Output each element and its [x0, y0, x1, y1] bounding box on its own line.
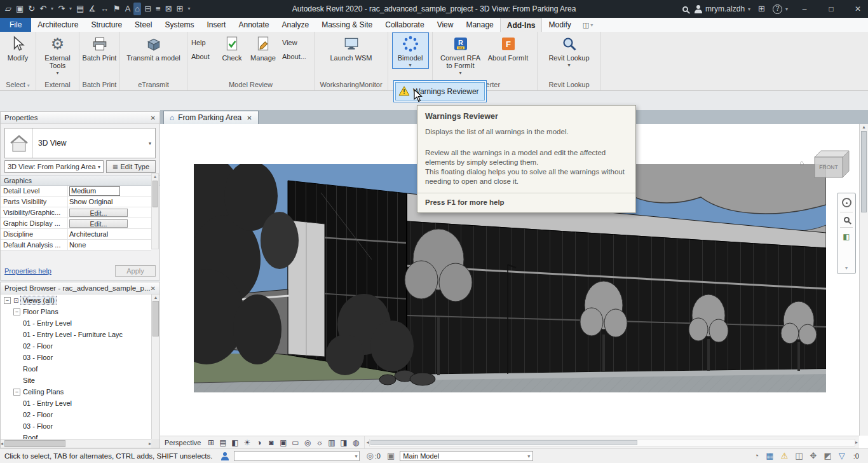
navbar-options-arrow-icon[interactable]: ▾ — [845, 265, 848, 271]
tree-item-label[interactable]: Site — [23, 377, 35, 384]
undo-icon[interactable]: ↶ — [38, 3, 48, 15]
worksharing-display-icon[interactable]: ▥ — [327, 438, 336, 447]
check-button[interactable]: Check — [218, 33, 246, 62]
transmit-model-button[interactable]: Transmit a model — [124, 33, 184, 62]
save-icon[interactable]: ▣ — [15, 3, 25, 15]
properties-scrollbar-thumb[interactable] — [153, 181, 158, 207]
tab-annotate[interactable]: Annotate — [232, 18, 275, 32]
user-account-menu[interactable]: mrym.alzdh ▾ — [695, 4, 750, 13]
project-browser-header[interactable]: Project Browser - rac_advanced_sample_p.… — [1, 282, 159, 294]
about-more-button[interactable]: About... — [280, 52, 312, 61]
tree-item-01-entry-level-furniture-layc[interactable]: 01 - Entry Level - Furniture Layc — [1, 329, 151, 340]
view-selector-combo[interactable]: 3D View: From Parking Area ▾ — [4, 160, 104, 173]
tree-item-label[interactable]: 02 - Floor — [23, 342, 53, 350]
sun-settings-icon[interactable]: ☀ — [242, 438, 252, 447]
canvas-vscrollbar-thumb[interactable] — [861, 131, 867, 212]
active-workset-combo[interactable]: ▾ — [234, 451, 360, 461]
canvas-hscrollbar-thumb[interactable] — [370, 440, 637, 445]
tree-item-roof[interactable]: Roof — [1, 363, 151, 375]
tree-item-label[interactable]: 03 - Floor — [23, 354, 53, 361]
panel-label-select[interactable]: Select ▾ — [0, 79, 36, 90]
background-processes-icon[interactable]: ◔ — [754, 451, 759, 461]
tree-item-roof[interactable]: Roof — [1, 432, 151, 439]
app-store-icon[interactable]: ⊞ — [757, 3, 766, 15]
reveal-hidden-elements-icon[interactable]: ☼ — [315, 438, 324, 447]
edit-type-button[interactable]: ▦ Edit Type — [106, 160, 156, 173]
about-formit-button[interactable]: F About FormIt — [485, 33, 532, 62]
tree-item-label[interactable]: 01 - Entry Level - Furniture Layc — [23, 331, 123, 338]
exclude-options-icon[interactable]: ◩ — [824, 451, 832, 461]
undo-menu-icon[interactable]: ▾ — [50, 3, 55, 15]
tab-systems[interactable]: Systems — [158, 18, 200, 32]
properties-scrollbar[interactable]: ▴ — [151, 173, 159, 249]
design-options-icon[interactable]: ▣ — [387, 451, 395, 461]
close-inactive-windows-icon[interactable]: ⊠ — [164, 3, 173, 15]
properties-header[interactable]: Properties ✕ — [1, 112, 159, 124]
tree-item-views-all[interactable]: −⊡Views (all) — [1, 294, 151, 306]
about-button[interactable]: About — [189, 52, 216, 61]
tree-item-label[interactable]: 03 - Floor — [23, 422, 53, 430]
open-file-icon[interactable]: ▱ — [4, 3, 13, 15]
help-menu[interactable]: ? ▾ — [773, 4, 788, 14]
viewcube-home-icon[interactable]: ⌂ — [799, 158, 804, 167]
visual-style-icon[interactable]: ◧ — [230, 438, 240, 447]
tree-item-ceiling-plans[interactable]: −Ceiling Plans — [1, 386, 151, 397]
tab-steel[interactable]: Steel — [128, 18, 158, 32]
customize-qat-icon[interactable]: ▾ — [187, 3, 192, 15]
property-value-parts-visibility[interactable]: Show Original — [68, 197, 151, 207]
apply-button[interactable]: Apply — [115, 265, 156, 277]
render-icon[interactable]: ◙ — [266, 438, 276, 447]
properties-close-icon[interactable]: ✕ — [151, 114, 156, 121]
maximize-button[interactable]: □ — [821, 0, 841, 18]
tree-item-03-floor[interactable]: 03 - Floor — [1, 352, 151, 363]
tree-item-01-entry-level[interactable]: 01 - Entry Level — [1, 317, 151, 329]
property-value-detail-level[interactable]: Medium — [68, 186, 151, 196]
sync-with-central-icon[interactable]: ↻ — [27, 3, 36, 15]
revit-lookup-button[interactable]: Revit Lookup ▾ — [548, 33, 590, 68]
worksets-icon[interactable] — [221, 452, 229, 460]
show-crop-icon[interactable]: ▭ — [290, 438, 300, 447]
ribbon-display-toggle[interactable]: ◫▾ — [578, 18, 598, 32]
type-selector[interactable]: 3D View ▾ — [4, 128, 156, 158]
tree-collapse-icon[interactable]: − — [13, 308, 20, 315]
view-tab-close-icon[interactable]: ✕ — [247, 114, 252, 121]
browser-hscrollbar[interactable]: ◂▸ — [1, 439, 151, 448]
tree-item-label[interactable]: Roof — [23, 434, 37, 439]
view-tab[interactable]: ⌂ From Parking Area ✕ — [163, 111, 259, 124]
editable-elements-icon[interactable]: ◎ — [366, 451, 373, 461]
minimize-button[interactable]: – — [794, 0, 815, 18]
modify-button[interactable]: Modify — [3, 33, 32, 62]
view-button[interactable]: View — [280, 38, 312, 47]
tree-item-site[interactable]: Site — [1, 375, 151, 386]
navigation-wheel-icon[interactable] — [842, 198, 851, 207]
redo-menu-icon[interactable]: ▾ — [68, 3, 73, 15]
tab-modify[interactable]: Modify — [542, 18, 577, 32]
warnings-status-icon[interactable]: ⚠ — [781, 451, 789, 461]
launch-wsm-button[interactable]: Launch WSM — [326, 33, 377, 62]
tree-item-label[interactable]: 01 - Entry Level — [23, 399, 72, 407]
tree-item-label[interactable]: Ceiling Plans — [23, 388, 64, 396]
tag-by-category-icon[interactable]: ⚑ — [112, 3, 122, 15]
default-3d-view-icon[interactable]: ⌂ — [133, 3, 141, 15]
tab-manage[interactable]: Manage — [459, 18, 499, 32]
canvas-hscrollbar[interactable]: ◂▸ — [364, 436, 859, 448]
batch-print-button[interactable]: Batch Print — [81, 33, 118, 62]
bimodel-button[interactable]: Bimodel ▾ — [393, 33, 428, 68]
property-value-default-analysis[interactable]: None — [68, 240, 151, 250]
thin-lines-icon[interactable]: ≡ — [154, 3, 162, 15]
search-icon[interactable] — [682, 6, 688, 12]
detail-level-icon[interactable]: ▤ — [218, 438, 227, 447]
shadows-icon[interactable]: ◑ — [254, 438, 264, 447]
browser-vscrollbar[interactable]: ▴ — [151, 294, 159, 439]
warnings-reviewer-menu-item[interactable]: ! Warnings Reviewer — [395, 82, 485, 100]
convert-rfa-button[interactable]: RRFA Convert RFA to FormIt ▾ — [438, 33, 483, 76]
browser-vscrollbar-thumb[interactable] — [153, 301, 159, 336]
press-drag-icon[interactable]: ✥ — [810, 451, 817, 461]
close-button[interactable]: ✕ — [848, 0, 868, 18]
property-value-discipline[interactable]: Architectural — [68, 229, 151, 239]
tree-item-floor-plans[interactable]: −Floor Plans — [1, 306, 151, 317]
project-browser-close-icon[interactable]: ✕ — [151, 285, 156, 292]
property-value-graphic-display[interactable]: Edit... — [68, 218, 151, 228]
view-cube[interactable]: ⌂ FRONT — [799, 148, 853, 181]
property-value-visibility-graphic[interactable]: Edit... — [68, 207, 151, 218]
